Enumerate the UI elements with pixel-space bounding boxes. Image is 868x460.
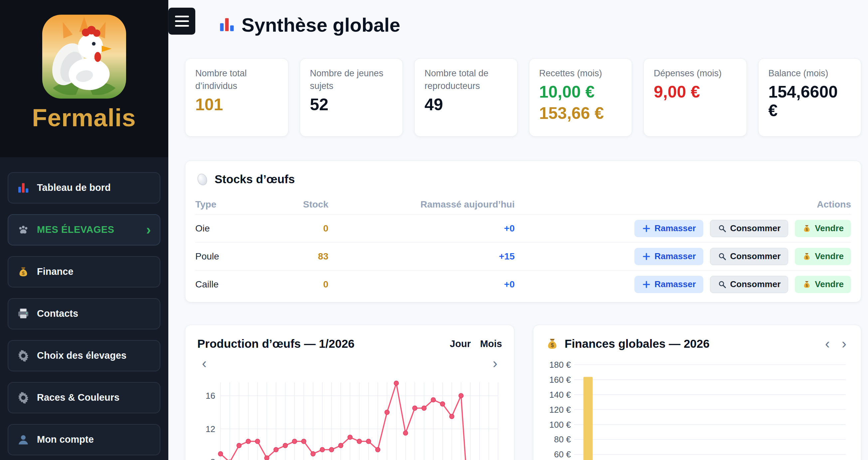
stat-label: Nombre total d’individus: [195, 67, 278, 93]
stat-label: Balance (mois): [769, 67, 851, 80]
vendre-button[interactable]: $Vendre: [795, 220, 851, 237]
printer-icon: [17, 308, 30, 320]
stock-count: 0: [272, 279, 329, 290]
sidebar-item-label: MES ÉLEVAGES: [37, 224, 115, 235]
stat-card-nombre-total-d-individus: Nombre total d’individus101: [185, 58, 288, 137]
sidebar-item-tableau-de-bord[interactable]: Tableau de bord: [8, 172, 160, 203]
stat-cards-row: Nombre total d’individus101Nombre de jeu…: [185, 58, 861, 137]
toggle-day-button[interactable]: Jour: [450, 338, 471, 349]
egg-type: Oie: [195, 223, 272, 234]
plus-icon: [642, 224, 651, 233]
column-header-stock: Stock: [272, 199, 329, 210]
global-finances-chart-title: Finances globales — 2026: [565, 337, 710, 350]
egg-stocks-card: Stocks d’œufs TypeStockRamassé aujourd’h…: [185, 161, 861, 303]
main-content: Synthèse globale Nombre total d’individu…: [168, 0, 868, 460]
egg-production-chart-card: Production d’œufs — 1/2026 Jour Mois ‹ ›…: [185, 325, 514, 460]
gear-icon: [17, 392, 30, 404]
stat-label: Nombre total de reproducteurs: [425, 67, 507, 93]
money-bag-icon: $: [17, 265, 30, 278]
stock-count: 0: [272, 223, 329, 234]
chevron-right-icon: ›: [146, 223, 151, 237]
ramasser-button[interactable]: Ramasser: [634, 220, 703, 237]
vendre-button[interactable]: $Vendre: [795, 248, 851, 265]
egg-production-line-chart: 481216: [197, 372, 502, 460]
collected-today: +0: [329, 279, 515, 290]
bar-chart-icon: [218, 16, 236, 33]
svg-text:140 €: 140 €: [549, 390, 571, 399]
consommer-button[interactable]: Consommer: [710, 276, 788, 293]
table-row-poule: Poule83+15RamasserConsommer$Vendre: [195, 242, 851, 270]
svg-text:$: $: [806, 283, 808, 287]
magnifier-icon: [718, 252, 727, 261]
svg-text:8: 8: [210, 457, 215, 460]
stat-value: 154,6600 €: [769, 83, 851, 120]
sidebar-item-label: Tableau de bord: [37, 182, 111, 193]
collected-today: +15: [329, 251, 515, 262]
magnifier-icon: [718, 280, 727, 289]
egg-stocks-title: Stocks d’œufs: [215, 173, 295, 186]
svg-text:60 €: 60 €: [554, 450, 571, 459]
stat-label: Dépenses (mois): [654, 67, 737, 80]
money-bag-icon: $: [545, 337, 559, 351]
sidebar-item-races-couleurs[interactable]: Races & Couleurs: [8, 382, 160, 413]
egg-icon: [195, 172, 209, 186]
egg-type: Caille: [195, 279, 272, 290]
sidebar-item-mes-elevages[interactable]: MES ÉLEVAGES›: [8, 214, 160, 246]
money-bag-icon: $: [802, 252, 811, 261]
table-row-caille: Caille0+0RamasserConsommer$Vendre: [195, 270, 851, 298]
next-period-button[interactable]: ›: [490, 356, 500, 370]
stat-card-nombre-total-de-reproducteurs: Nombre total de reproducteurs49: [414, 58, 518, 137]
sidebar-item-contacts[interactable]: Contacts: [8, 298, 160, 329]
period-toggle: Jour Mois: [450, 338, 502, 349]
column-header-type: Type: [195, 199, 272, 210]
table-row-oie: Oie0+0RamasserConsommer$Vendre: [195, 214, 851, 242]
gear-icon: [17, 349, 30, 362]
previous-period-button[interactable]: ‹: [199, 356, 209, 370]
menu-button[interactable]: [168, 8, 195, 35]
sidebar-nav: Tableau de bordMES ÉLEVAGES›$FinanceCont…: [8, 172, 160, 455]
brand-name: Fermalis: [32, 103, 136, 133]
user-icon: [17, 433, 30, 446]
stat-card-recettes-mois: Recettes (mois)10,00 €153,66 €: [529, 58, 632, 137]
money-bag-icon: $: [802, 224, 811, 233]
stat-value: 10,00 €: [539, 83, 622, 101]
svg-text:180 €: 180 €: [549, 360, 571, 369]
paw-icon: [17, 224, 30, 236]
svg-text:100 €: 100 €: [549, 420, 571, 429]
consommer-button[interactable]: Consommer: [710, 248, 788, 265]
next-year-button[interactable]: ›: [839, 337, 849, 351]
egg-type: Poule: [195, 251, 272, 262]
svg-text:12: 12: [206, 424, 215, 434]
sidebar-item-label: Contacts: [37, 308, 78, 319]
bar-chart-icon: [17, 181, 30, 194]
previous-year-button[interactable]: ‹: [823, 337, 832, 351]
sidebar-item-label: Races & Couleurs: [37, 392, 119, 403]
stat-label: Nombre de jeunes sujets: [310, 67, 393, 93]
sidebar: Fermalis Tableau de bordMES ÉLEVAGES›$Fi…: [0, 0, 168, 460]
page-title: Synthèse globale: [242, 13, 400, 36]
sidebar-item-label: Mon compte: [37, 434, 94, 445]
page-header: Synthèse globale: [218, 10, 861, 40]
svg-text:$: $: [806, 227, 808, 231]
hamburger-icon: [175, 16, 189, 17]
egg-stocks-table: TypeStockRamassé aujourd’huiActionsOie0+…: [195, 195, 851, 298]
vendre-button[interactable]: $Vendre: [795, 276, 851, 293]
svg-text:$: $: [22, 270, 25, 276]
toggle-month-button[interactable]: Mois: [480, 338, 502, 349]
column-header-actions: Actions: [515, 199, 851, 210]
stat-label: Recettes (mois): [539, 67, 622, 80]
collected-today: +0: [329, 223, 515, 234]
sidebar-item-mon-compte[interactable]: Mon compte: [8, 424, 160, 455]
plus-icon: [642, 280, 651, 289]
svg-text:$: $: [551, 342, 554, 348]
ramasser-button[interactable]: Ramasser: [634, 248, 703, 265]
ramasser-button[interactable]: Ramasser: [634, 276, 703, 293]
stat-value: 49: [425, 95, 507, 114]
stat-value: 9,00 €: [654, 83, 737, 101]
sidebar-item-finance[interactable]: $Finance: [8, 256, 160, 287]
row-actions: RamasserConsommer$Vendre: [515, 220, 851, 237]
stat-value: 101: [195, 95, 278, 114]
sidebar-item-choix-des-elevages[interactable]: Choix des élevages: [8, 340, 160, 371]
row-actions: RamasserConsommer$Vendre: [515, 276, 851, 293]
consommer-button[interactable]: Consommer: [710, 220, 788, 237]
